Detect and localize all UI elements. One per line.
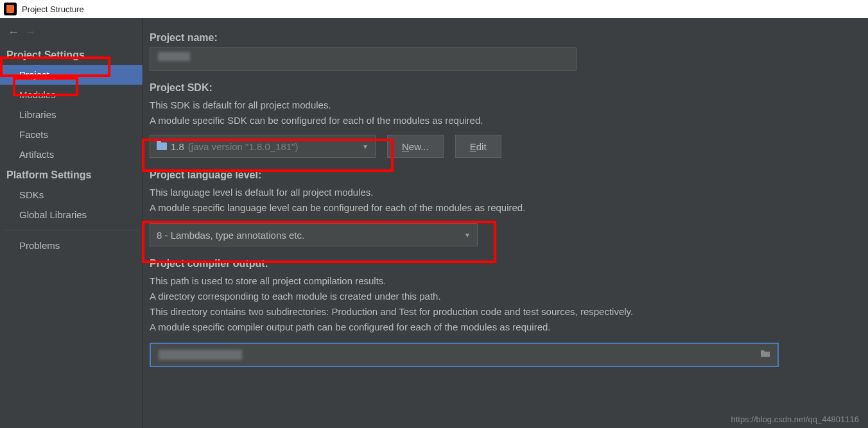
sdk-dropdown[interactable]: 1.8 (java version "1.8.0_181") ▼ (150, 135, 376, 158)
lang-desc2: A module specific language level can be … (150, 200, 853, 216)
sdk-detail: (java version "1.8.0_181") (188, 141, 299, 152)
sidebar-item-sdks[interactable]: SDKs (0, 185, 143, 205)
watermark-text: https://blog.csdn.net/qq_44801116 (731, 415, 860, 424)
sidebar-item-global-libraries[interactable]: Global Libraries (0, 205, 143, 225)
project-name-input[interactable] (150, 47, 577, 71)
sidebar: ← → Project Settings Project Modules Lib… (0, 18, 143, 428)
sidebar-item-facets[interactable]: Facets (0, 124, 143, 144)
chevron-down-icon: ▼ (362, 143, 369, 150)
platform-settings-header: Platform Settings (0, 164, 143, 185)
language-level-dropdown[interactable]: 8 - Lambdas, type annotations etc. ▼ (150, 223, 478, 246)
content-panel: Project name: Project SDK: This SDK is d… (143, 18, 868, 428)
forward-arrow-icon[interactable]: → (24, 26, 36, 39)
back-arrow-icon[interactable]: ← (8, 26, 19, 39)
edit-btn-text: dit (476, 141, 487, 152)
co-desc4: A module specific compiler output path c… (150, 320, 853, 335)
project-settings-header: Project Settings (0, 44, 143, 65)
language-level-label: Project language level: (150, 169, 853, 181)
sdk-value: 1.8 (171, 141, 184, 152)
sidebar-item-libraries[interactable]: Libraries (0, 105, 143, 124)
intellij-icon (4, 3, 17, 15)
browse-folder-icon[interactable] (759, 349, 771, 361)
title-bar: Project Structure (0, 0, 868, 18)
co-desc2: A directory corresponding to each module… (150, 289, 853, 304)
compiler-output-label: Project compiler output: (150, 258, 853, 270)
blurred-text (158, 52, 190, 61)
window-title: Project Structure (22, 4, 84, 14)
new-btn-text: ew... (409, 141, 429, 152)
sdk-desc1: This SDK is default for all project modu… (150, 98, 853, 113)
sdk-desc2: A module specific SDK can be configured … (150, 113, 853, 128)
blurred-text (159, 350, 242, 360)
sidebar-item-project[interactable]: Project (0, 65, 143, 85)
lang-level-value: 8 - Lambdas, type annotations etc. (157, 230, 304, 241)
compiler-output-input[interactable] (150, 343, 779, 367)
sidebar-divider (4, 230, 139, 230)
folder-icon (157, 142, 167, 150)
project-name-label: Project name: (150, 32, 853, 44)
lang-desc1: This language level is default for all p… (150, 185, 853, 200)
co-desc1: This path is used to store all project c… (150, 273, 853, 289)
sidebar-item-artifacts[interactable]: Artifacts (0, 144, 143, 164)
chevron-down-icon: ▼ (464, 232, 471, 239)
project-sdk-label: Project SDK: (150, 82, 853, 94)
new-sdk-button[interactable]: New... (387, 135, 444, 158)
sidebar-item-problems[interactable]: Problems (0, 235, 143, 255)
edit-sdk-button[interactable]: Edit (455, 135, 501, 158)
nav-arrows: ← → (0, 21, 143, 44)
co-desc3: This directory contains two subdirectori… (150, 304, 853, 320)
sidebar-item-modules[interactable]: Modules (0, 85, 143, 105)
